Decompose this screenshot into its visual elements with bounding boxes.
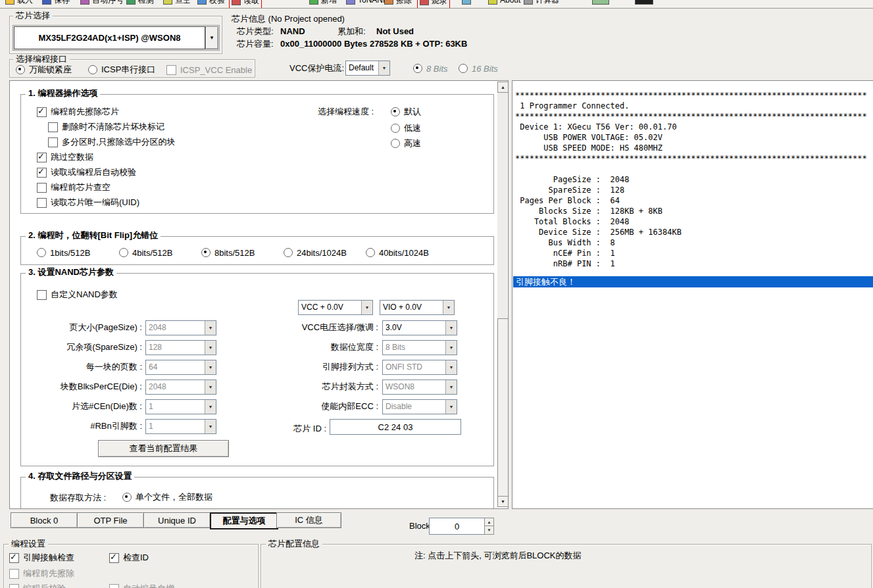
chip-id-field[interactable]: C2 24 03 xyxy=(330,419,461,435)
chip-type-value: NAND xyxy=(280,27,305,36)
checkbox-custom-nand-params[interactable]: 自定义NAND参数 xyxy=(37,290,118,299)
toolbar-detect-button[interactable]: 检测 xyxy=(126,0,154,7)
radio-bitflip-8[interactable]: 8bits/512B xyxy=(201,248,255,257)
tab-otp-file[interactable]: OTP File xyxy=(77,512,144,528)
vcc-protect-combo[interactable]: Default▼ xyxy=(345,61,390,76)
toolbar-add-button[interactable]: 新增 xyxy=(309,0,337,7)
chevron-down-icon: ▼ xyxy=(501,499,505,504)
block-down-button[interactable]: ▼ xyxy=(484,526,494,535)
package-combo: WSON8▼ xyxy=(382,380,457,395)
pin-contact-alert: 引脚接触不良！ xyxy=(513,276,873,287)
pin-layout-label: 引脚排列方式 : xyxy=(218,362,378,372)
toolbar-blank-check-button[interactable]: 查空 xyxy=(163,0,191,7)
chevron-down-icon: ▼ xyxy=(445,380,457,394)
chevron-up-icon: ▲ xyxy=(501,85,505,89)
internal-ecc-label: 使能内部ECC : xyxy=(218,402,378,411)
checkbox-blank-check-before-program[interactable]: 编程前芯片查空 xyxy=(37,183,111,192)
checkbox-keep-badblock-marks[interactable]: 删除时不清除芯片坏块标记 xyxy=(48,122,164,132)
rbn-count-label: #RBn引脚数 : xyxy=(27,422,142,431)
toolbar-calculator-button[interactable]: 计算器 xyxy=(524,0,559,7)
tab-block0[interactable]: Block 0 xyxy=(11,512,78,528)
pagesize-combo: 2048▼ xyxy=(145,320,216,335)
radio-icsp-port[interactable]: ICSP串行接口 xyxy=(88,65,155,74)
section3-title: 3. 设置NAND芯片参数 xyxy=(26,268,116,277)
pages-per-block-label: 每一块的页数 : xyxy=(27,362,142,372)
toolbar-program-button[interactable]: 烧录 xyxy=(417,0,450,9)
chevron-down-icon: ▼ xyxy=(445,341,457,355)
pages-per-block-combo: 64▼ xyxy=(145,360,216,375)
checkbox-auto-verify[interactable]: 读取或编程后自动校验 xyxy=(37,168,136,177)
radio-bitflip-4[interactable]: 4bits/512B xyxy=(119,248,172,257)
package-label: 芯片封装方式 : xyxy=(218,382,378,391)
toolbar-read-button[interactable]: 读取 xyxy=(229,0,262,9)
xgpro-window: 载入 保存 自动序号 检测 查空 校验 读取 新增 ToNAND 擦除 烧录 A… xyxy=(0,0,873,588)
toolbar-serial-button[interactable]: 自动序号 xyxy=(80,0,124,7)
chip-id-label: 芯片 ID : xyxy=(251,424,326,433)
radio-bitflip-24[interactable]: 24bits/1024B xyxy=(284,248,347,257)
usb-status-icon xyxy=(592,0,609,5)
radio-zif-socket[interactable]: 万能锁紧座 xyxy=(16,65,72,74)
checkbox-skip-blank-data[interactable]: 跳过空数据 xyxy=(37,153,93,162)
checkbox-icsp-vcc-enable: ICSP_VCC Enable xyxy=(166,65,252,74)
toolbar-about-button[interactable]: About xyxy=(488,0,520,7)
log-panel: ****************************************… xyxy=(512,80,873,509)
toolbar-load-button[interactable]: 载入 xyxy=(5,0,33,7)
radio-single-file-all-data[interactable]: 单个文件，全部数据 xyxy=(122,493,212,502)
radio-bitflip-40[interactable]: 40bits/1024B xyxy=(366,248,429,257)
scroll-up-button[interactable]: ▲ xyxy=(497,82,509,93)
vcc-trim-combo[interactable]: VCC + 0.0V▼ xyxy=(298,300,373,315)
view-config-button[interactable]: 查看当前配置结果 xyxy=(98,440,229,457)
toolbar-verify-button[interactable]: 校验 xyxy=(197,0,225,7)
chip-type-label: 芯片类型: xyxy=(237,27,274,36)
checkbox-pin-contact-check[interactable]: 引脚接触检查 xyxy=(9,553,74,562)
tab-ic-info[interactable]: IC 信息 xyxy=(276,512,341,528)
checkbox-erase-selected-partition[interactable]: 多分区时,只擦除选中分区的块 xyxy=(48,137,176,147)
section4-title: 4. 存取文件路径与分区设置 xyxy=(26,472,134,481)
toolbar-tonand-button[interactable]: ToNAND xyxy=(346,0,389,7)
checkbox-auto-number-increment: 自动编号自增 xyxy=(109,584,174,588)
vcc-voltage-label: VCC电压选择/微调 : xyxy=(218,323,378,332)
radio-speed-low[interactable]: 低速 xyxy=(391,124,421,133)
chip-select-dropdown-button[interactable]: ▼ xyxy=(205,26,218,49)
ce-count-combo: 1▼ xyxy=(145,399,216,414)
chip-name-button[interactable]: MX35LF2G24AD(x1+ISP) @WSON8 xyxy=(14,26,205,49)
options-panel: 1. 编程器操作选项 编程前先擦除芯片 删除时不清除芯片坏块标记 多分区时,只擦… xyxy=(9,80,509,509)
section1-title: 1. 编程器操作选项 xyxy=(26,89,100,98)
chip-capacity-value: 0x00_11000000 Bytes 278528 KB + OTP: 63K… xyxy=(280,39,467,49)
toolbar-save-button[interactable]: 保存 xyxy=(42,0,70,7)
sparesize-label: 冗余项(SpareSize) : xyxy=(27,343,142,352)
tab-config-options[interactable]: 配置与选项 xyxy=(210,512,278,529)
tonand-icon xyxy=(346,0,355,5)
bus-width-label: 数据位宽度 : xyxy=(218,343,378,352)
checkbox-read-uid[interactable]: 读取芯片唯一编码(UID) xyxy=(37,198,139,207)
chevron-down-icon: ▼ xyxy=(378,61,389,75)
prog-settings-title: 编程设置 xyxy=(9,539,48,549)
radio-speed-default[interactable]: 默认 xyxy=(391,107,421,116)
chip-select-title: 芯片选择 xyxy=(13,11,53,20)
toolbar-erase-button[interactable]: 擦除 xyxy=(384,0,412,7)
sparesize-combo: 128▼ xyxy=(145,340,216,355)
block-number-input[interactable] xyxy=(429,518,485,535)
vcc-voltage-combo[interactable]: 3.0V▼ xyxy=(382,320,457,335)
tab-unique-id[interactable]: Unique ID xyxy=(143,512,211,528)
block-browse-note: 注: 点击上下箭头, 可浏览前后BLOCK的数据 xyxy=(414,551,582,560)
speed-label: 选择编程速度 : xyxy=(318,107,374,116)
program-icon xyxy=(420,0,429,5)
rbn-count-combo: 1▼ xyxy=(145,419,216,434)
toolbar-multi-program-button[interactable] xyxy=(462,0,474,7)
ce-count-label: 片选#CEn(Die)数 : xyxy=(27,402,142,411)
chevron-down-icon: ▼ xyxy=(445,321,457,335)
radio-bitflip-1[interactable]: 1bits/512B xyxy=(37,248,90,257)
blank-check-icon xyxy=(163,0,172,5)
chip-config-title: 芯片配置信息 xyxy=(266,539,322,549)
prog-settings-group xyxy=(3,544,259,588)
scroll-down-button[interactable]: ▼ xyxy=(497,496,509,507)
radio-speed-high[interactable]: 高速 xyxy=(391,139,421,148)
scrollbar-thumb[interactable] xyxy=(497,318,509,499)
checkbox-check-id[interactable]: 检查ID xyxy=(109,553,149,562)
vio-trim-combo[interactable]: VIO + 0.0V▼ xyxy=(380,300,455,315)
about-icon xyxy=(488,0,497,5)
checkbox-erase-before-program[interactable]: 编程前先擦除芯片 xyxy=(37,107,119,116)
access-method-label: 数据存取方法 : xyxy=(50,493,106,502)
verify-icon xyxy=(197,0,207,5)
